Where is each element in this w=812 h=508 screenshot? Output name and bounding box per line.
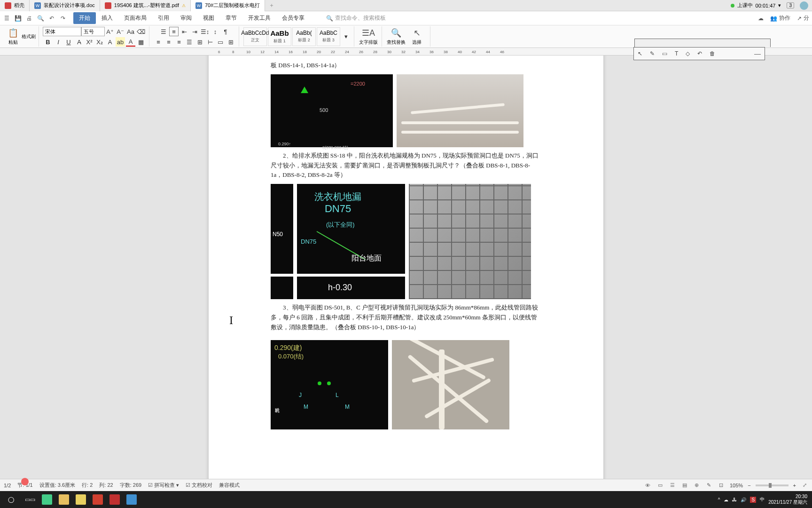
pen-tool-icon[interactable]: ✎ <box>650 50 655 57</box>
undo-icon[interactable]: ↶ <box>48 15 55 22</box>
menu-tab-vip[interactable]: 会员专享 <box>276 12 310 24</box>
panel-minimize-button[interactable]: — <box>754 50 761 57</box>
taskbar-app-browser[interactable] <box>39 491 55 508</box>
indent-dec-button[interactable]: ⇤ <box>180 27 189 36</box>
borders-button[interactable]: ⊞ <box>226 37 235 47</box>
style-h1[interactable]: AaBb 标题 1 <box>268 27 291 46</box>
menu-icon[interactable]: ☰ <box>3 15 10 22</box>
sort-button[interactable]: ↕ <box>211 27 220 36</box>
spellcheck-toggle[interactable]: ☑ 拼写检查 ▾ <box>148 482 179 489</box>
class-status[interactable]: 上课中 00:01:47 ▾ <box>731 2 781 9</box>
menu-tab-insert[interactable]: 插入 <box>96 12 118 24</box>
expand-icon[interactable]: ⤢ <box>801 482 808 489</box>
view-web-icon[interactable]: ▤ <box>681 482 688 489</box>
clear-format-icon[interactable]: ⌫ <box>136 27 146 36</box>
zoom-slider[interactable] <box>756 484 789 486</box>
show-marks-button[interactable]: ¶ <box>221 27 230 36</box>
task-view-icon[interactable]: ▭▭ <box>22 491 39 508</box>
char-shading-button[interactable]: ▦ <box>136 37 146 47</box>
menu-tab-start[interactable]: 开始 <box>73 12 96 24</box>
edit-icon[interactable]: ✎ <box>705 482 713 489</box>
change-case-icon[interactable]: Aa <box>126 27 135 36</box>
save-icon[interactable]: 💾 <box>14 15 22 22</box>
subscript-button[interactable]: X₂ <box>95 37 104 47</box>
collab-button[interactable]: 👥 协作 <box>770 14 790 22</box>
system-clock[interactable]: 20:30 2021/11/27 星期六 <box>768 494 807 505</box>
menu-tab-pagelayout[interactable]: 页面布局 <box>118 12 152 24</box>
find-replace-button[interactable]: 🔍 查找替换 <box>386 28 406 46</box>
document-area[interactable]: 板 DBS-14-1, DBS-14-1a） 500 0(379.800 结) … <box>0 56 812 495</box>
taskbar-app-other[interactable] <box>123 491 140 508</box>
shading-button[interactable]: ▭ <box>216 37 225 47</box>
start-button[interactable]: ◯ <box>0 491 22 508</box>
taskbar-app-wps[interactable] <box>89 491 106 508</box>
format-painter[interactable]: 格式刷 <box>22 33 36 40</box>
record-indicator[interactable] <box>21 478 29 485</box>
count-badge[interactable]: 3 <box>787 2 794 8</box>
taskbar-app-explorer[interactable] <box>55 491 72 508</box>
view-outline-icon[interactable]: ☰ <box>669 482 676 489</box>
increase-font-icon[interactable]: A⁺ <box>105 27 115 36</box>
eraser-tool-icon[interactable]: ◇ <box>686 50 690 57</box>
menu-tab-dev[interactable]: 开发工具 <box>242 12 276 24</box>
align-right-button[interactable]: ≡ <box>174 37 184 47</box>
typeset-button[interactable]: ☰A 文字排版 <box>358 28 379 46</box>
align-center-button[interactable]: ≡ <box>164 37 173 47</box>
redo-icon[interactable]: ↷ <box>59 15 67 22</box>
superscript-button[interactable]: X² <box>85 37 94 47</box>
tab-shell[interactable]: 稻壳 <box>0 0 30 11</box>
zoom-value[interactable]: 105% <box>730 483 743 488</box>
italic-button[interactable]: I <box>54 37 63 47</box>
view-read-icon[interactable]: ⊕ <box>693 482 701 489</box>
distribute-button[interactable]: ⊞ <box>195 37 204 47</box>
underline-button[interactable]: U <box>64 37 73 47</box>
preview-icon[interactable]: 🔍 <box>37 15 44 22</box>
zoom-in[interactable]: + <box>793 483 796 488</box>
style-h3[interactable]: AaBbC 标题 3 <box>317 27 340 46</box>
style-normal[interactable]: AaBbCcDd 正文 <box>243 27 267 46</box>
strike-button[interactable]: A̵ <box>74 37 84 47</box>
tray-ime[interactable]: 中 <box>760 496 765 503</box>
style-h2[interactable]: AaBb( 标题 2 <box>292 27 316 46</box>
font-select[interactable] <box>43 27 81 36</box>
paste-button[interactable]: 📋 粘贴 <box>5 28 22 46</box>
status-page[interactable]: 1/2 <box>4 483 11 488</box>
zoom-fit-icon[interactable]: ⊡ <box>718 482 725 489</box>
delete-tool-icon[interactable]: 🗑 <box>710 50 715 57</box>
tab-pdf[interactable]: 19S406 建筑...-塑料管道.pdf ⚠ <box>100 0 191 11</box>
tab-add-button[interactable]: ＋ <box>265 0 278 11</box>
avatar[interactable] <box>800 1 808 10</box>
tray-volume-icon[interactable]: 🔊 <box>741 497 746 502</box>
view-page-icon[interactable]: ▭ <box>656 482 664 489</box>
text-tool-icon[interactable]: T <box>675 50 678 57</box>
undo-tool-icon[interactable]: ↶ <box>697 50 702 57</box>
style-more-button[interactable]: ▾ <box>341 32 351 41</box>
align-justify-button[interactable]: ☰ <box>185 37 194 47</box>
bold-button[interactable]: B <box>43 37 53 47</box>
search-input[interactable]: 🔍 查找命令、搜索模板 <box>326 14 386 22</box>
decrease-font-icon[interactable]: A⁻ <box>116 27 125 36</box>
rect-tool-icon[interactable]: ▭ <box>662 50 667 57</box>
float-panel-tab[interactable] <box>634 39 771 47</box>
tray-chevron-icon[interactable]: ^ <box>718 497 720 502</box>
taskbar-app-notes[interactable] <box>72 491 89 508</box>
tray-network-icon[interactable]: 🖧 <box>732 497 737 502</box>
tray-app-icon[interactable]: S <box>750 497 756 503</box>
tab-doc-active[interactable]: W 70#二层预制楼板水电打 <box>191 0 265 11</box>
eye-icon[interactable]: 👁 <box>644 482 652 489</box>
menu-tab-review[interactable]: 审阅 <box>175 12 197 24</box>
share-button[interactable]: ↗ 分 <box>797 14 809 22</box>
taskbar-app-autocad[interactable] <box>106 491 123 508</box>
indent-inc-button[interactable]: ⇥ <box>190 27 199 36</box>
menu-tab-chapter[interactable]: 章节 <box>220 12 242 24</box>
status-words[interactable]: 字数: 269 <box>120 482 141 489</box>
highlight-button[interactable]: ab <box>116 37 125 47</box>
select-button[interactable]: ↖ 选择 <box>406 28 427 46</box>
font-color-button[interactable]: A <box>126 37 135 47</box>
pointer-tool-icon[interactable]: ↖ <box>638 50 642 57</box>
tab-doc-1[interactable]: W 装配设计设计事项.doc <box>30 0 100 11</box>
font-effect-button[interactable]: A <box>105 37 115 47</box>
size-select[interactable] <box>81 27 105 36</box>
align-left-button[interactable]: ≡ <box>154 37 163 47</box>
tab-stops-button[interactable]: ⊢ <box>205 37 215 47</box>
